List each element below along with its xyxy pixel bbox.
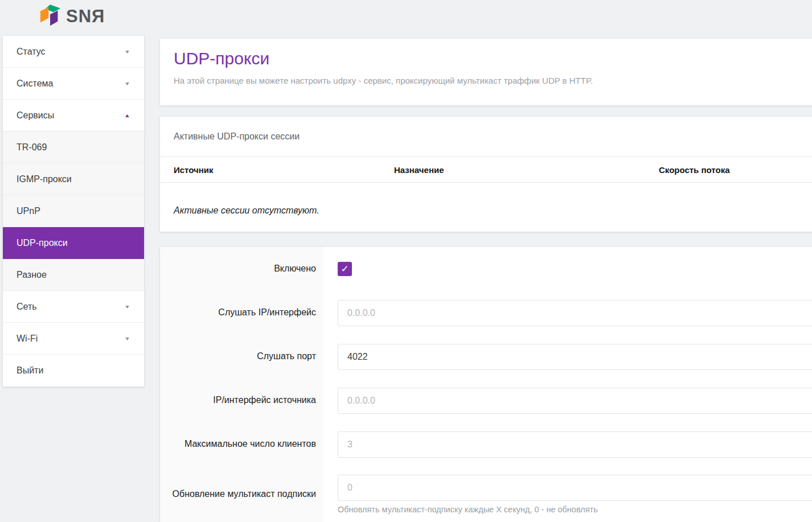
multicast-refresh-input[interactable] bbox=[338, 475, 812, 501]
source-ip-input[interactable] bbox=[338, 388, 812, 414]
sessions-empty-message: Активные сессии отсутствуют. bbox=[160, 183, 812, 232]
chevron-down-icon: ▼ bbox=[124, 336, 130, 342]
check-icon: ✓ bbox=[341, 263, 348, 275]
sidebar-item-upnp[interactable]: UPnP bbox=[3, 195, 144, 227]
snr-cube-icon bbox=[39, 4, 63, 29]
logo-text: SNЯ bbox=[66, 7, 105, 26]
sidebar: Статус ▼ Система ▼ Сервисы ▲ TR-069 IGMP… bbox=[3, 36, 144, 387]
sidebar-item-tr069[interactable]: TR-069 bbox=[3, 131, 144, 163]
enabled-checkbox[interactable]: ✓ bbox=[338, 262, 352, 276]
sidebar-item-igmp-proxy[interactable]: IGMP-прокси bbox=[3, 163, 144, 195]
sidebar-item-logout[interactable]: Выйти bbox=[3, 355, 144, 387]
sidebar-item-system[interactable]: Система ▼ bbox=[3, 68, 144, 100]
udp-proxy-settings-card: Включено ✓ Слушать IP/интерфейс Слушать … bbox=[160, 247, 812, 522]
max-clients-label: Максимальное число клиентов bbox=[160, 422, 323, 466]
main-content: UDP-прокси На этой странице вы можете на… bbox=[160, 39, 812, 522]
sidebar-item-wifi[interactable]: Wi-Fi ▼ bbox=[3, 323, 144, 355]
source-ip-label: IP/интерфейс источника bbox=[160, 379, 323, 422]
listen-ip-label: Слушать IP/интерфейс bbox=[160, 291, 323, 335]
listen-port-label: Слушать порт bbox=[160, 335, 323, 379]
column-destination: Назначение bbox=[394, 165, 659, 175]
multicast-refresh-hint: Обновлять мультикаст-подписку каждые X с… bbox=[338, 505, 812, 514]
enabled-label: Включено bbox=[160, 247, 323, 291]
sidebar-item-misc[interactable]: Разное bbox=[3, 259, 144, 291]
page-header-card: UDP-прокси На этой странице вы можете на… bbox=[160, 39, 812, 105]
page-subtitle: На этой странице вы можете настроить udp… bbox=[174, 76, 812, 85]
chevron-down-icon: ▼ bbox=[124, 81, 130, 87]
multicast-refresh-label: Обновление мультикаст подписки bbox=[160, 466, 323, 522]
max-clients-input[interactable] bbox=[338, 431, 812, 458]
sessions-table-header: Источник Назначение Скорость потока bbox=[160, 157, 812, 183]
chevron-up-icon: ▲ bbox=[124, 113, 130, 118]
sidebar-item-udp-proxy[interactable]: UDP-прокси bbox=[3, 227, 144, 259]
page-title: UDP-прокси bbox=[174, 48, 812, 69]
sessions-card-title: Активные UDP-прокси сессии bbox=[160, 117, 812, 157]
listen-port-input[interactable] bbox=[338, 344, 812, 370]
snr-logo: SNЯ bbox=[39, 3, 105, 30]
sidebar-item-network[interactable]: Сеть ▼ bbox=[3, 291, 144, 323]
column-stream-rate: Скорость потока bbox=[659, 165, 812, 175]
listen-ip-input[interactable] bbox=[338, 300, 812, 326]
chevron-down-icon: ▼ bbox=[124, 49, 130, 55]
page: SNЯ Статус ▼ Система ▼ Сервисы ▲ TR-069 … bbox=[0, 0, 812, 522]
chevron-down-icon: ▼ bbox=[124, 304, 130, 310]
column-source: Источник bbox=[174, 165, 394, 175]
sidebar-item-status[interactable]: Статус ▼ bbox=[3, 36, 144, 68]
active-sessions-card: Активные UDP-прокси сессии Источник Назн… bbox=[160, 117, 812, 232]
sidebar-item-services[interactable]: Сервисы ▲ bbox=[3, 100, 144, 131]
